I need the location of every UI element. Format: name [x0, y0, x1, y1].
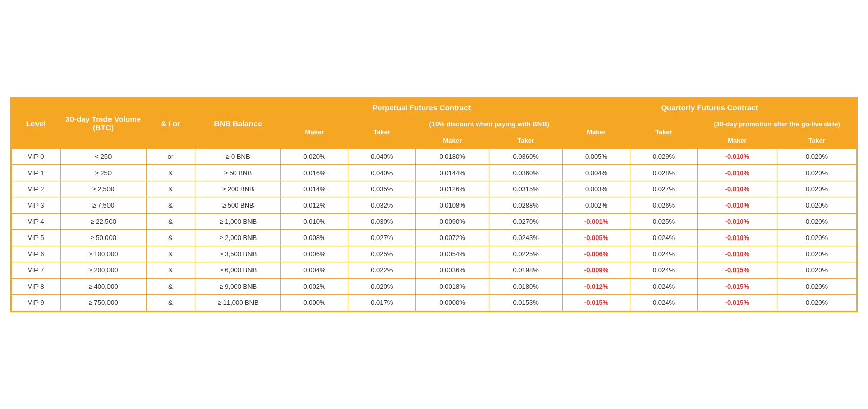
table-cell: 0.0288%	[489, 197, 563, 213]
table-cell: -0.010%	[697, 181, 777, 197]
table-cell: -0.015%	[697, 294, 777, 311]
table-cell: -0.009%	[563, 262, 630, 278]
table-cell: -0.001%	[563, 213, 630, 229]
table-cell: VIP 3	[12, 197, 61, 213]
table-cell: ≥ 250	[60, 164, 146, 181]
table-cell: 0.020%	[777, 262, 856, 278]
header-pf-maker: Maker	[281, 116, 348, 148]
table-cell: VIP 5	[12, 229, 61, 246]
fee-table-wrapper: Level 30-day Trade Volume (BTC) & / or B…	[10, 97, 858, 312]
table-cell: ≥ 50,000	[60, 229, 146, 246]
table-cell: VIP 0	[12, 148, 61, 164]
table-cell: 0.0018%	[416, 278, 489, 294]
table-cell: 0.020%	[777, 181, 856, 197]
table-cell: &	[146, 213, 195, 229]
table-cell: 0.004%	[563, 164, 630, 181]
table-cell: VIP 2	[12, 181, 61, 197]
table-cell: VIP 4	[12, 213, 61, 229]
table-cell: &	[146, 229, 195, 246]
table-cell: 0.016%	[281, 164, 348, 181]
table-cell: 0.0108%	[416, 197, 489, 213]
table-cell: -0.012%	[563, 278, 630, 294]
table-cell: 0.025%	[630, 213, 698, 229]
table-cell: 0.020%	[777, 246, 856, 262]
table-cell: 0.029%	[630, 148, 698, 164]
table-cell: ≥ 50 BNB	[195, 164, 281, 181]
table-cell: 0.0360%	[489, 148, 563, 164]
table-cell: 0.004%	[281, 262, 348, 278]
table-cell: 0.0000%	[416, 294, 489, 311]
table-cell: 0.020%	[777, 294, 856, 311]
table-cell: -0.010%	[697, 164, 777, 181]
table-cell: ≥ 1,000 BNB	[195, 213, 281, 229]
table-cell: VIP 1	[12, 164, 61, 181]
table-cell: 0.0360%	[489, 164, 563, 181]
table-row: VIP 7≥ 200,000&≥ 6,000 BNB0.004%0.022%0.…	[12, 262, 857, 278]
table-cell: ≥ 400,000	[60, 278, 146, 294]
table-cell: 0.020%	[777, 197, 856, 213]
table-cell: ≥ 22,500	[60, 213, 146, 229]
header-qf-maker: Maker	[563, 116, 630, 148]
table-cell: -0.006%	[563, 246, 630, 262]
header-row-1: Level 30-day Trade Volume (BTC) & / or B…	[12, 98, 857, 116]
table-cell: ≥ 100,000	[60, 246, 146, 262]
table-cell: 0.040%	[348, 148, 416, 164]
table-cell: ≥ 500 BNB	[195, 197, 281, 213]
table-cell: &	[146, 197, 195, 213]
table-cell: &	[146, 246, 195, 262]
table-cell: &	[146, 181, 195, 197]
table-cell: 0.028%	[630, 164, 698, 181]
table-cell: 0.032%	[348, 197, 416, 213]
table-cell: 0.012%	[281, 197, 348, 213]
table-cell: -0.015%	[697, 278, 777, 294]
table-cell: -0.010%	[697, 246, 777, 262]
table-cell: 0.020%	[281, 148, 348, 164]
table-cell: < 250	[60, 148, 146, 164]
table-cell: ≥ 200,000	[60, 262, 146, 278]
table-cell: -0.010%	[697, 148, 777, 164]
header-level: Level	[12, 98, 61, 148]
header-pf-bnb-taker: Taker	[489, 132, 563, 148]
table-cell: &	[146, 294, 195, 311]
table-cell: 0.014%	[281, 181, 348, 197]
table-cell: -0.005%	[563, 229, 630, 246]
table-cell: 0.025%	[348, 246, 416, 262]
table-cell: -0.015%	[697, 262, 777, 278]
table-cell: 0.027%	[348, 229, 416, 246]
table-cell: 0.010%	[281, 213, 348, 229]
table-cell: 0.040%	[348, 164, 416, 181]
table-cell: 0.006%	[281, 246, 348, 262]
header-qf-promo-taker: Taker	[777, 132, 856, 148]
fee-table: Level 30-day Trade Volume (BTC) & / or B…	[11, 98, 857, 311]
table-cell: 0.020%	[777, 148, 856, 164]
table-row: VIP 2≥ 2,500&≥ 200 BNB0.014%0.035%0.0126…	[12, 181, 857, 197]
header-quarterly: Quarterly Futures Contract	[563, 98, 857, 116]
table-cell: 0.020%	[777, 278, 856, 294]
table-cell: ≥ 9,000 BNB	[195, 278, 281, 294]
table-cell: 0.022%	[348, 262, 416, 278]
table-cell: 0.017%	[348, 294, 416, 311]
table-cell: -0.010%	[697, 213, 777, 229]
header-bnb: BNB Balance	[195, 98, 281, 148]
table-cell: 0.000%	[281, 294, 348, 311]
table-cell: -0.015%	[563, 294, 630, 311]
table-cell: 0.0180%	[489, 278, 563, 294]
table-cell: &	[146, 164, 195, 181]
table-row: VIP 5≥ 50,000&≥ 2,000 BNB0.008%0.027%0.0…	[12, 229, 857, 246]
header-qf-promo-maker: Maker	[697, 132, 777, 148]
table-cell: 0.024%	[630, 262, 698, 278]
table-row: VIP 1≥ 250&≥ 50 BNB0.016%0.040%0.0144%0.…	[12, 164, 857, 181]
table-cell: 0.003%	[563, 181, 630, 197]
header-perpetual: Perpetual Futures Contract	[281, 98, 563, 116]
table-cell: -0.010%	[697, 229, 777, 246]
table-cell: 0.020%	[777, 229, 856, 246]
header-volume: 30-day Trade Volume (BTC)	[60, 98, 146, 148]
table-cell: &	[146, 262, 195, 278]
table-cell: ≥ 6,000 BNB	[195, 262, 281, 278]
table-cell: ≥ 3,500 BNB	[195, 246, 281, 262]
table-cell: or	[146, 148, 195, 164]
table-row: VIP 3≥ 7,500&≥ 500 BNB0.012%0.032%0.0108…	[12, 197, 857, 213]
table-cell: 0.0090%	[416, 213, 489, 229]
table-cell: VIP 9	[12, 294, 61, 311]
table-cell: 0.0225%	[489, 246, 563, 262]
